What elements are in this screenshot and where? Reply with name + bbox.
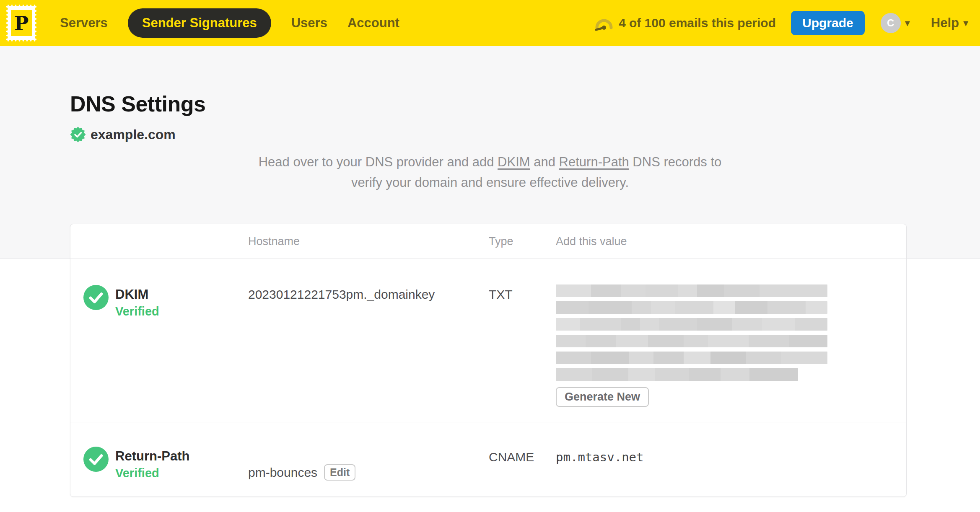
nav-item-sender-signatures[interactable]: Sender Signatures <box>128 8 271 38</box>
verified-check-icon <box>83 285 109 310</box>
return-path-link[interactable]: Return-Path <box>559 155 629 169</box>
table-row-return-path: Return-Path Verified pm-bounces Edit CNA… <box>70 422 906 496</box>
generate-new-button[interactable]: Generate New <box>556 387 649 407</box>
edit-button[interactable]: Edit <box>324 464 355 481</box>
hostname-cell: pm-bounces Edit <box>248 422 489 496</box>
usage-gauge-icon <box>594 15 614 31</box>
dns-records-card: Hostname Type Add this value DKIM Verifi… <box>70 224 907 497</box>
upgrade-button[interactable]: Upgrade <box>791 11 865 35</box>
redacted-value-line <box>556 318 827 331</box>
description-text: and <box>534 155 555 169</box>
header-hostname: Hostname <box>248 235 489 248</box>
description-text: Head over to your DNS provider and add <box>259 155 494 169</box>
redacted-value-line <box>556 284 827 297</box>
navbar-right: 4 of 100 emails this period Upgrade C ▾ … <box>594 11 968 35</box>
record-name: DKIM <box>115 287 159 302</box>
redacted-value-line <box>556 368 798 381</box>
header-type: Type <box>489 235 556 248</box>
record-labels: DKIM Verified <box>115 287 159 318</box>
postmark-stamp-logo-icon[interactable]: P <box>6 5 36 41</box>
table-header-row: Hostname Type Add this value <box>70 224 906 259</box>
logo-letter: P <box>14 12 29 35</box>
verified-domain: example.com <box>70 127 176 142</box>
usage-counter: 4 of 100 emails this period <box>619 16 776 30</box>
redacted-dkim-value <box>556 284 827 381</box>
help-menu-button[interactable]: Help ▾ <box>931 16 968 31</box>
description-text: DNS records to <box>633 155 721 169</box>
record-labels: Return-Path Verified <box>115 449 189 480</box>
nav-item-users[interactable]: Users <box>291 16 327 31</box>
nav-item-account[interactable]: Account <box>347 16 399 31</box>
chevron-down-icon: ▾ <box>905 18 910 28</box>
nav-links: Servers Sender Signatures Users Account <box>60 8 399 38</box>
record-cell: DKIM Verified <box>70 259 248 422</box>
redacted-value-line <box>556 352 827 364</box>
dns-instructions: Head over to your DNS provider and add D… <box>0 152 980 193</box>
table-row-dkim: DKIM Verified 20230121221753pm._domainke… <box>70 259 906 422</box>
nav-item-servers[interactable]: Servers <box>60 16 108 31</box>
status-badge: Verified <box>115 466 189 480</box>
record-name: Return-Path <box>115 449 189 464</box>
redacted-value-line <box>556 335 827 347</box>
avatar: C <box>881 13 901 33</box>
dkim-link[interactable]: DKIM <box>498 155 530 169</box>
record-cell: Return-Path Verified <box>70 422 248 496</box>
page: P Servers Sender Signatures Users Accoun… <box>0 0 980 512</box>
chevron-down-icon: ▾ <box>963 18 968 28</box>
status-badge: Verified <box>115 305 159 318</box>
hostname-value: pm-bounces <box>248 465 317 480</box>
header-add-this-value: Add this value <box>556 235 906 248</box>
description-text: verify your domain and ensure effective … <box>351 175 629 190</box>
type-cell: TXT <box>489 259 556 422</box>
verified-seal-icon <box>70 127 86 142</box>
page-title: DNS Settings <box>70 91 205 116</box>
redacted-value-line <box>556 301 827 314</box>
value-cell: pm.mtasv.net <box>556 422 906 496</box>
cname-value: pm.mtasv.net <box>556 450 644 464</box>
domain-name: example.com <box>91 127 176 142</box>
account-menu-button[interactable]: C ▾ <box>881 13 910 33</box>
type-cell: CNAME <box>489 422 556 496</box>
value-cell: Generate New <box>556 259 906 422</box>
hostname-cell: 20230121221753pm._domainkey <box>248 259 489 422</box>
help-label: Help <box>931 16 959 31</box>
verified-check-icon <box>83 447 109 472</box>
top-navbar: P Servers Sender Signatures Users Accoun… <box>0 0 980 46</box>
